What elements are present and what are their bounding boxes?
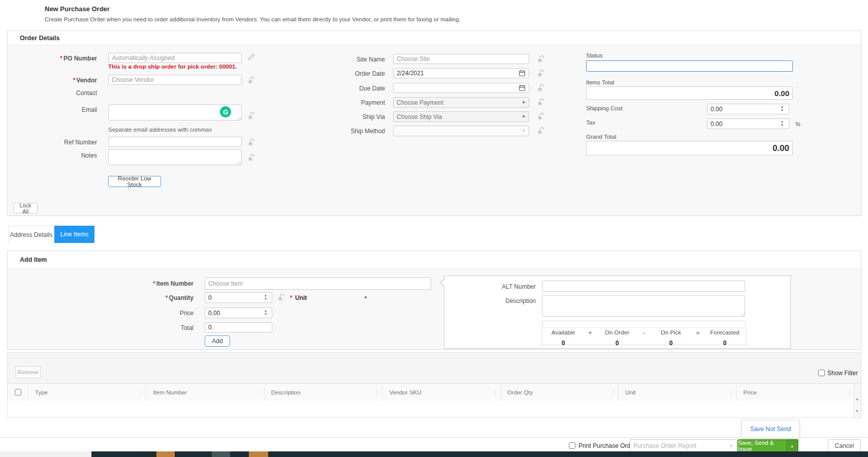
notes-lock-icon[interactable] bbox=[247, 153, 256, 162]
email-lock-icon[interactable] bbox=[247, 111, 256, 120]
column-menu-icon[interactable]: ⋮ bbox=[729, 389, 734, 395]
spinner-up-icon[interactable]: ▲ bbox=[264, 294, 267, 297]
save-not-send-menu-item[interactable]: Save Not Send bbox=[750, 425, 791, 433]
payment-lock-icon[interactable] bbox=[536, 98, 545, 107]
lock-all-button[interactable]: Lock All bbox=[13, 203, 38, 214]
stock-forecasted: Forecasted 0 bbox=[704, 329, 746, 347]
stock-on-pick: On Pick 0 bbox=[650, 329, 692, 347]
remove-button[interactable]: Remove bbox=[15, 366, 41, 378]
stock-available: Available 0 bbox=[542, 329, 584, 347]
select-all-checkbox[interactable] bbox=[15, 389, 21, 395]
site-name-lock-icon[interactable] bbox=[536, 54, 545, 64]
column-menu-icon[interactable]: ⋮ bbox=[374, 389, 380, 395]
spinner-up-icon[interactable]: ▲ bbox=[781, 120, 784, 124]
show-filter-checkbox[interactable] bbox=[818, 370, 825, 376]
items-total-input[interactable] bbox=[586, 86, 793, 100]
save-menu-toggle[interactable]: ▲ bbox=[786, 439, 798, 452]
column-header-price[interactable]: Price⋮ bbox=[737, 384, 854, 401]
grand-total-input[interactable] bbox=[586, 141, 793, 156]
column-header-type[interactable]: Type⋮ bbox=[28, 384, 146, 401]
spinner-up-icon[interactable]: ▲ bbox=[781, 105, 784, 109]
column-menu-icon[interactable]: ⋮ bbox=[493, 389, 498, 395]
order-date-input[interactable] bbox=[393, 68, 529, 78]
order-date-calendar-icon[interactable] bbox=[519, 70, 526, 77]
grammarly-icon[interactable]: G bbox=[220, 106, 231, 117]
payment-select[interactable]: Choose Payment bbox=[393, 97, 529, 108]
save-split-button[interactable]: Save, Send & Issue ▲ bbox=[737, 439, 798, 452]
quantity-input[interactable] bbox=[205, 292, 272, 303]
description-input[interactable] bbox=[542, 295, 745, 317]
column-header-order-qty[interactable]: Order Qty⋮ bbox=[501, 384, 619, 401]
payment-label: Payment bbox=[324, 99, 385, 106]
po-number-input[interactable] bbox=[108, 53, 242, 63]
column-menu-icon[interactable]: ⋮ bbox=[256, 389, 262, 395]
tab-line-items[interactable]: Line Items bbox=[54, 226, 94, 243]
alt-number-input[interactable] bbox=[542, 281, 745, 292]
scroll-down-icon[interactable]: ▼ bbox=[855, 409, 859, 413]
vendor-lock-icon[interactable] bbox=[247, 76, 256, 85]
tab-address-details[interactable]: Address Details bbox=[8, 226, 54, 243]
save-send-issue-button[interactable]: Save, Send & Issue bbox=[737, 439, 786, 452]
shipping-cost-spinner[interactable]: ▲▼ bbox=[781, 105, 784, 112]
shipping-cost-label: Shipping Cost bbox=[586, 105, 623, 111]
column-header-unit[interactable]: Unit⋮ bbox=[619, 384, 736, 401]
price-input[interactable] bbox=[205, 308, 272, 318]
ship-via-select[interactable]: Choose Ship Via bbox=[393, 111, 529, 122]
ref-number-input[interactable] bbox=[108, 137, 242, 147]
tax-input[interactable] bbox=[707, 118, 789, 129]
ref-number-lock-icon[interactable] bbox=[247, 138, 256, 147]
scroll-up-icon[interactable]: ▲ bbox=[855, 397, 859, 401]
notes-label: Notes bbox=[8, 152, 97, 159]
notes-input[interactable] bbox=[108, 149, 242, 165]
ship-via-caret-icon[interactable]: ▼ bbox=[522, 115, 526, 119]
due-date-calendar-icon[interactable] bbox=[519, 84, 526, 92]
status-input[interactable] bbox=[586, 60, 793, 72]
spinner-down-icon[interactable]: ▼ bbox=[264, 297, 267, 301]
spinner-down-icon[interactable]: ▼ bbox=[781, 109, 784, 112]
item-number-input[interactable] bbox=[205, 278, 431, 290]
items-table: Type⋮ Item Number⋮ Description⋮ Vendor S… bbox=[7, 384, 861, 418]
column-header-item-number[interactable]: Item Number⋮ bbox=[146, 384, 264, 401]
column-menu-icon[interactable]: ⋮ bbox=[610, 389, 616, 395]
quantity-spinner[interactable]: ▲▼ bbox=[264, 294, 267, 301]
site-name-input[interactable] bbox=[393, 54, 529, 64]
spinner-up-icon[interactable]: ▲ bbox=[264, 309, 267, 313]
tax-spinner[interactable]: ▲▼ bbox=[781, 120, 784, 127]
due-date-lock-icon[interactable] bbox=[536, 83, 545, 93]
stock-minus-operator: - bbox=[638, 329, 650, 337]
description-label: Description bbox=[449, 297, 536, 304]
item-number-label: *Item Number bbox=[92, 280, 194, 287]
column-header-description[interactable]: Description⋮ bbox=[265, 384, 382, 401]
shipping-cost-input[interactable] bbox=[707, 104, 789, 114]
grid-toolbar: Remove Show Filter bbox=[7, 352, 861, 384]
items-total-label: Items Total bbox=[586, 79, 614, 85]
report-select[interactable]: Purchase Order Report bbox=[630, 439, 737, 452]
show-filter-label: Show Filter bbox=[827, 370, 858, 377]
ship-method-select[interactable] bbox=[393, 126, 529, 136]
column-menu-icon[interactable]: ⋮ bbox=[847, 389, 852, 395]
due-date-input[interactable] bbox=[393, 83, 529, 93]
reorder-low-stock-button[interactable]: Reorder Low Stock bbox=[108, 176, 161, 187]
payment-caret-icon[interactable]: ▼ bbox=[522, 101, 526, 105]
order-date-lock-icon[interactable] bbox=[536, 69, 545, 78]
print-purchase-order-checkbox[interactable] bbox=[569, 442, 575, 449]
unit-select[interactable] bbox=[290, 292, 371, 303]
required-mark: * bbox=[153, 280, 155, 287]
cancel-button[interactable]: Cancel bbox=[828, 439, 861, 452]
add-item-panel: Add Item *Item Number *Quantity ▲▼ * Uni… bbox=[7, 251, 861, 350]
ship-via-lock-icon[interactable] bbox=[536, 112, 545, 121]
quantity-lock-icon[interactable] bbox=[277, 293, 286, 302]
table-scrollbar[interactable]: ▲ ▼ bbox=[854, 384, 861, 417]
price-spinner[interactable]: ▲▼ bbox=[264, 309, 267, 316]
column-menu-icon[interactable]: ⋮ bbox=[138, 389, 144, 395]
vendor-input[interactable] bbox=[108, 75, 242, 85]
spinner-down-icon[interactable]: ▼ bbox=[264, 313, 267, 316]
spinner-down-icon[interactable]: ▼ bbox=[781, 124, 784, 127]
unit-caret-icon[interactable]: ▼ bbox=[364, 296, 368, 300]
total-input[interactable] bbox=[205, 322, 272, 332]
add-button[interactable]: Add bbox=[205, 336, 230, 347]
edit-pencil-icon[interactable] bbox=[247, 52, 255, 61]
ship-method-lock-icon[interactable] bbox=[536, 126, 545, 135]
due-date-label: Due Date bbox=[324, 85, 385, 92]
column-header-vendor-sku[interactable]: Vendor SKU⋮ bbox=[382, 384, 500, 401]
